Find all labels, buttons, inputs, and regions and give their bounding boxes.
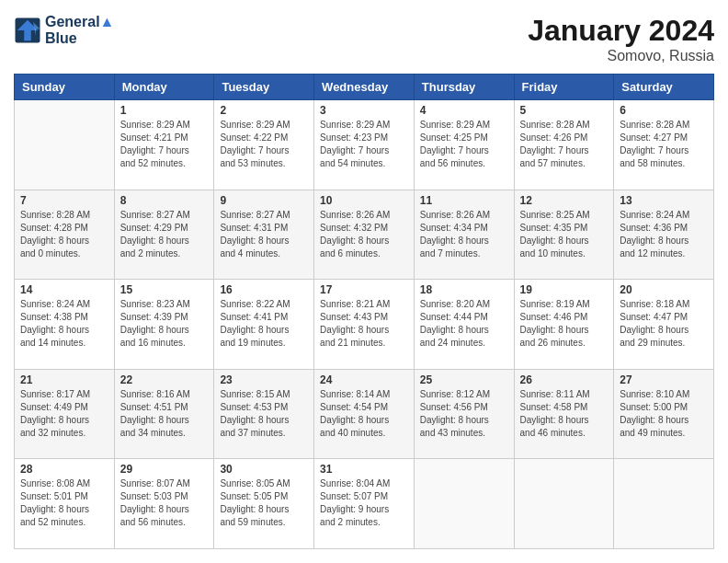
day-number: 9 (220, 194, 308, 207)
logo-icon (14, 17, 41, 44)
day-number: 29 (120, 463, 209, 476)
table-row: 13Sunrise: 8:24 AM Sunset: 4:36 PM Dayli… (614, 190, 714, 280)
day-number: 21 (20, 373, 108, 386)
table-row (15, 100, 115, 190)
day-info: Sunrise: 8:29 AM Sunset: 4:22 PM Dayligh… (220, 119, 308, 170)
table-row: 20Sunrise: 8:18 AM Sunset: 4:47 PM Dayli… (614, 280, 714, 370)
calendar-week-row: 14Sunrise: 8:24 AM Sunset: 4:38 PM Dayli… (15, 280, 714, 370)
table-row: 5Sunrise: 8:28 AM Sunset: 4:26 PM Daylig… (514, 100, 614, 190)
col-sunday: Sunday (15, 75, 115, 100)
day-number: 27 (620, 373, 708, 386)
day-number: 19 (520, 283, 609, 296)
day-info: Sunrise: 8:28 AM Sunset: 4:28 PM Dayligh… (20, 209, 108, 260)
main-title: January 2024 (528, 14, 714, 48)
day-info: Sunrise: 8:19 AM Sunset: 4:46 PM Dayligh… (520, 298, 609, 350)
table-row: 19Sunrise: 8:19 AM Sunset: 4:46 PM Dayli… (514, 280, 614, 370)
day-number: 5 (520, 104, 609, 117)
day-info: Sunrise: 8:25 AM Sunset: 4:35 PM Dayligh… (520, 209, 609, 260)
table-row: 31Sunrise: 8:04 AM Sunset: 5:07 PM Dayli… (314, 459, 415, 549)
table-row: 2Sunrise: 8:29 AM Sunset: 4:22 PM Daylig… (214, 100, 314, 190)
day-number: 7 (20, 194, 108, 207)
day-info: Sunrise: 8:23 AM Sunset: 4:39 PM Dayligh… (120, 298, 209, 350)
day-number: 25 (420, 373, 508, 386)
table-row: 30Sunrise: 8:05 AM Sunset: 5:05 PM Dayli… (214, 459, 314, 549)
day-number: 12 (520, 194, 609, 207)
day-number: 4 (420, 104, 508, 117)
table-row: 4Sunrise: 8:29 AM Sunset: 4:25 PM Daylig… (414, 100, 514, 190)
calendar-header-row: Sunday Monday Tuesday Wednesday Thursday… (15, 75, 714, 100)
day-number: 26 (520, 373, 609, 386)
subtitle: Somovo, Russia (528, 48, 714, 64)
day-number: 17 (320, 283, 408, 296)
table-row: 1Sunrise: 8:29 AM Sunset: 4:21 PM Daylig… (114, 100, 214, 190)
table-row: 10Sunrise: 8:26 AM Sunset: 4:32 PM Dayli… (314, 190, 415, 280)
day-number: 11 (420, 194, 508, 207)
day-info: Sunrise: 8:17 AM Sunset: 4:49 PM Dayligh… (20, 388, 108, 440)
calendar-week-row: 7Sunrise: 8:28 AM Sunset: 4:28 PM Daylig… (15, 190, 714, 280)
day-info: Sunrise: 8:07 AM Sunset: 5:03 PM Dayligh… (120, 477, 209, 529)
day-number: 13 (620, 194, 708, 207)
day-info: Sunrise: 8:28 AM Sunset: 4:26 PM Dayligh… (520, 119, 609, 170)
col-monday: Monday (114, 75, 214, 100)
day-info: Sunrise: 8:15 AM Sunset: 4:53 PM Dayligh… (220, 388, 308, 440)
table-row: 9Sunrise: 8:27 AM Sunset: 4:31 PM Daylig… (214, 190, 314, 280)
col-wednesday: Wednesday (314, 75, 415, 100)
table-row: 17Sunrise: 8:21 AM Sunset: 4:43 PM Dayli… (314, 280, 415, 370)
day-info: Sunrise: 8:29 AM Sunset: 4:23 PM Dayligh… (320, 119, 408, 170)
day-info: Sunrise: 8:27 AM Sunset: 4:31 PM Dayligh… (220, 209, 308, 260)
day-number: 20 (620, 283, 708, 296)
day-number: 18 (420, 283, 508, 296)
day-number: 22 (120, 373, 209, 386)
calendar-week-row: 28Sunrise: 8:08 AM Sunset: 5:01 PM Dayli… (15, 459, 714, 549)
day-info: Sunrise: 8:29 AM Sunset: 4:25 PM Dayligh… (420, 119, 508, 170)
calendar-table: Sunday Monday Tuesday Wednesday Thursday… (14, 74, 714, 549)
day-number: 6 (620, 104, 708, 117)
col-saturday: Saturday (614, 75, 714, 100)
table-row: 16Sunrise: 8:22 AM Sunset: 4:41 PM Dayli… (214, 280, 314, 370)
day-info: Sunrise: 8:21 AM Sunset: 4:43 PM Dayligh… (320, 298, 408, 350)
day-info: Sunrise: 8:24 AM Sunset: 4:36 PM Dayligh… (620, 209, 708, 260)
table-row: 3Sunrise: 8:29 AM Sunset: 4:23 PM Daylig… (314, 100, 415, 190)
day-info: Sunrise: 8:22 AM Sunset: 4:41 PM Dayligh… (220, 298, 308, 350)
table-row: 15Sunrise: 8:23 AM Sunset: 4:39 PM Dayli… (114, 280, 214, 370)
calendar-week-row: 1Sunrise: 8:29 AM Sunset: 4:21 PM Daylig… (15, 100, 714, 190)
day-number: 1 (120, 104, 209, 117)
table-row (514, 459, 614, 549)
table-row: 25Sunrise: 8:12 AM Sunset: 4:56 PM Dayli… (414, 369, 514, 459)
table-row: 28Sunrise: 8:08 AM Sunset: 5:01 PM Dayli… (15, 459, 115, 549)
header: General▲ Blue January 2024 Somovo, Russi… (14, 14, 714, 64)
title-area: January 2024 Somovo, Russia (528, 14, 714, 64)
day-info: Sunrise: 8:16 AM Sunset: 4:51 PM Dayligh… (120, 388, 209, 440)
table-row: 26Sunrise: 8:11 AM Sunset: 4:58 PM Dayli… (514, 369, 614, 459)
table-row: 14Sunrise: 8:24 AM Sunset: 4:38 PM Dayli… (15, 280, 115, 370)
day-number: 16 (220, 283, 308, 296)
day-number: 28 (20, 463, 108, 476)
table-row: 7Sunrise: 8:28 AM Sunset: 4:28 PM Daylig… (15, 190, 115, 280)
day-number: 31 (320, 463, 408, 476)
logo-text: General▲ Blue (45, 14, 114, 47)
col-friday: Friday (514, 75, 614, 100)
day-info: Sunrise: 8:12 AM Sunset: 4:56 PM Dayligh… (420, 388, 508, 440)
day-number: 24 (320, 373, 408, 386)
logo: General▲ Blue (14, 14, 114, 47)
day-number: 14 (20, 283, 108, 296)
day-info: Sunrise: 8:04 AM Sunset: 5:07 PM Dayligh… (320, 477, 408, 529)
table-row (414, 459, 514, 549)
table-row: 6Sunrise: 8:28 AM Sunset: 4:27 PM Daylig… (614, 100, 714, 190)
day-info: Sunrise: 8:18 AM Sunset: 4:47 PM Dayligh… (620, 298, 708, 350)
day-info: Sunrise: 8:14 AM Sunset: 4:54 PM Dayligh… (320, 388, 408, 440)
day-info: Sunrise: 8:11 AM Sunset: 4:58 PM Dayligh… (520, 388, 609, 440)
table-row: 21Sunrise: 8:17 AM Sunset: 4:49 PM Dayli… (15, 369, 115, 459)
table-row: 29Sunrise: 8:07 AM Sunset: 5:03 PM Dayli… (114, 459, 214, 549)
day-info: Sunrise: 8:29 AM Sunset: 4:21 PM Dayligh… (120, 119, 209, 170)
table-row: 27Sunrise: 8:10 AM Sunset: 5:00 PM Dayli… (614, 369, 714, 459)
col-thursday: Thursday (414, 75, 514, 100)
day-number: 8 (120, 194, 209, 207)
calendar-week-row: 21Sunrise: 8:17 AM Sunset: 4:49 PM Dayli… (15, 369, 714, 459)
day-info: Sunrise: 8:28 AM Sunset: 4:27 PM Dayligh… (620, 119, 708, 170)
day-info: Sunrise: 8:05 AM Sunset: 5:05 PM Dayligh… (220, 477, 308, 529)
table-row: 8Sunrise: 8:27 AM Sunset: 4:29 PM Daylig… (114, 190, 214, 280)
table-row: 22Sunrise: 8:16 AM Sunset: 4:51 PM Dayli… (114, 369, 214, 459)
day-info: Sunrise: 8:08 AM Sunset: 5:01 PM Dayligh… (20, 477, 108, 529)
day-number: 30 (220, 463, 308, 476)
